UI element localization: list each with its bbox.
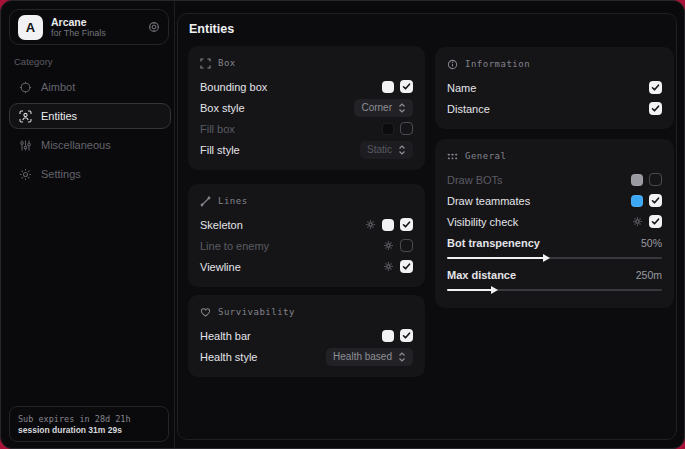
row-distance: Distance <box>447 98 662 119</box>
row-draw-teammates: Draw teammates <box>447 190 662 211</box>
main-panel: Entities Box Bounding box <box>177 13 677 440</box>
sidebar-item-label: Entities <box>41 110 77 122</box>
card-general: General Draw BOTs Draw teammates <box>435 139 674 308</box>
app-logo: A <box>18 15 43 40</box>
sidebar-nav: Aimbot Entities Miscella <box>1 71 175 190</box>
heart-icon <box>200 307 211 318</box>
page-title: Entities <box>189 22 234 36</box>
bot-transparency-slider[interactable] <box>447 257 662 259</box>
color-swatch[interactable] <box>382 123 394 135</box>
row-name: Name <box>447 77 662 98</box>
sidebar-item-miscellaneous[interactable]: Miscellaneous <box>9 132 167 158</box>
checkbox-checked[interactable] <box>649 215 662 228</box>
subscription-info: Sub expires in 28d 21h session duration … <box>9 406 169 442</box>
sidebar-item-label: Settings <box>41 168 81 180</box>
category-label: Category <box>14 56 53 67</box>
sidebar-item-settings[interactable]: Settings <box>9 161 167 187</box>
checkbox-checked[interactable] <box>400 260 413 273</box>
sub-expiry-text: Sub expires in 28d 21h <box>18 414 160 424</box>
config-gear-icon[interactable] <box>383 261 394 272</box>
slider-value: 250m <box>636 269 662 281</box>
max-distance-control: Max distance 250m <box>447 266 662 291</box>
row-label: Health bar <box>200 330 382 342</box>
app-subtitle: for The Finals <box>51 28 140 38</box>
row-fill-box: Fill box <box>200 118 413 139</box>
row-skeleton: Skeleton <box>200 214 413 235</box>
fill-style-dropdown[interactable]: Static <box>360 141 413 159</box>
max-distance-slider[interactable] <box>447 289 662 291</box>
checkbox-checked[interactable] <box>400 80 413 93</box>
sidebar-item-entities[interactable]: Entities <box>9 103 171 129</box>
slider-thumb[interactable] <box>543 254 550 262</box>
checkbox-checked[interactable] <box>400 329 413 342</box>
row-health-bar: Health bar <box>200 325 413 346</box>
sidebar-item-label: Miscellaneous <box>41 139 111 151</box>
grid-icon <box>447 151 458 162</box>
checkbox-checked[interactable] <box>400 218 413 231</box>
row-label: Draw teammates <box>447 195 631 207</box>
row-label: Bounding box <box>200 81 382 93</box>
row-box-style: Box style Corner <box>200 97 413 118</box>
bot-transparency-control: Bot transpenency 50% <box>447 234 662 259</box>
color-swatch[interactable] <box>382 330 394 342</box>
dropdown-value: Static <box>367 144 392 155</box>
card-lines: Lines Skeleton Line to enemy <box>188 184 425 287</box>
card-box: Box Bounding box Box style Corner <box>188 46 425 170</box>
checkbox-unchecked[interactable] <box>400 239 413 252</box>
card-title: Information <box>465 59 530 69</box>
chevron-up-down-icon <box>398 352 406 362</box>
brand-header: A Arcane for The Finals <box>9 9 169 45</box>
row-label: Distance <box>447 103 649 115</box>
checkbox-checked[interactable] <box>649 81 662 94</box>
slider-label: Bot transpenency <box>447 237 641 249</box>
slider-value: 50% <box>641 237 662 249</box>
row-label: Viewline <box>200 261 383 273</box>
row-viewline: Viewline <box>200 256 413 277</box>
slider-label: Max distance <box>447 269 636 281</box>
row-label: Fill style <box>200 144 360 156</box>
color-swatch[interactable] <box>382 219 394 231</box>
config-gear-icon[interactable] <box>632 216 643 227</box>
checkbox-unchecked[interactable] <box>400 122 413 135</box>
card-information: Information Name Distance <box>435 47 674 129</box>
row-label: Skeleton <box>200 219 365 231</box>
sidebar-item-label: Aimbot <box>41 81 75 93</box>
app-window: A Arcane for The Finals Category <box>0 0 685 449</box>
row-label: Health style <box>200 351 326 363</box>
card-survivability: Survivability Health bar Health style He… <box>188 295 425 377</box>
checkbox-unchecked[interactable] <box>649 173 662 186</box>
crosshair-icon <box>19 81 32 94</box>
color-swatch[interactable] <box>382 81 394 93</box>
diagonal-line-icon <box>200 196 211 207</box>
checkbox-checked[interactable] <box>649 102 662 115</box>
sliders-icon <box>19 139 32 152</box>
chevron-up-down-icon <box>398 103 406 113</box>
config-gear-icon[interactable] <box>383 240 394 251</box>
sidebar: A Arcane for The Finals Category <box>1 1 175 448</box>
info-icon <box>447 59 458 70</box>
box-style-dropdown[interactable]: Corner <box>354 99 413 117</box>
session-duration-text: session duration 31m 29s <box>18 425 160 435</box>
refresh-icon[interactable] <box>148 21 160 33</box>
dropdown-value: Corner <box>361 102 392 113</box>
config-gear-icon[interactable] <box>365 219 376 230</box>
row-visibility-check: Visibility check <box>447 211 662 232</box>
entities-icon <box>19 110 32 123</box>
slider-thumb[interactable] <box>491 286 498 294</box>
row-label: Name <box>447 82 649 94</box>
card-title: General <box>465 151 506 161</box>
card-title: Survivability <box>218 307 295 317</box>
box-corners-icon <box>200 58 211 69</box>
chevron-up-down-icon <box>398 145 406 155</box>
color-swatch[interactable] <box>631 195 643 207</box>
row-line-to-enemy: Line to enemy <box>200 235 413 256</box>
checkbox-checked[interactable] <box>649 194 662 207</box>
color-swatch[interactable] <box>631 174 643 186</box>
row-label: Line to enemy <box>200 240 383 252</box>
row-health-style: Health style Health based <box>200 346 413 367</box>
health-style-dropdown[interactable]: Health based <box>326 348 413 366</box>
row-label: Draw BOTs <box>447 174 631 186</box>
sidebar-item-aimbot[interactable]: Aimbot <box>9 74 167 100</box>
dropdown-value: Health based <box>333 351 392 362</box>
row-bounding-box: Bounding box <box>200 76 413 97</box>
